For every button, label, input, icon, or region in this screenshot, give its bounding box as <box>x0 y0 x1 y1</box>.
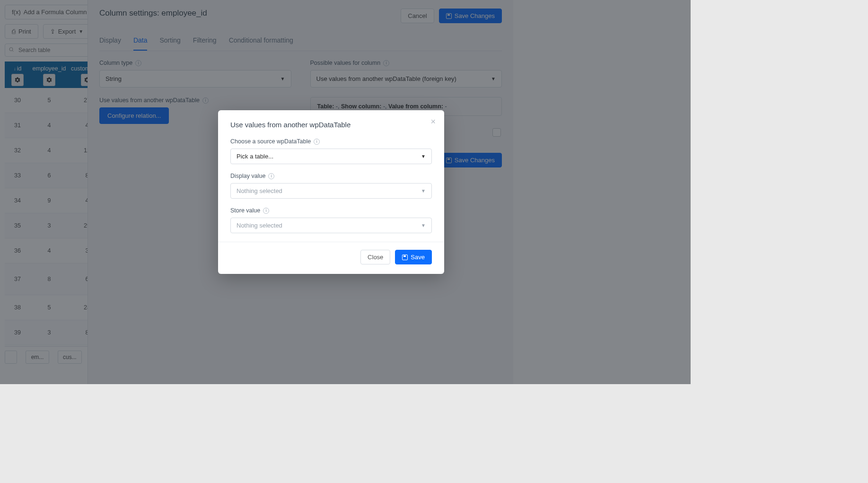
modal-save-button[interactable]: Save <box>395 250 432 264</box>
tab-sorting[interactable]: Sorting <box>159 32 180 51</box>
checkbox[interactable] <box>492 128 501 137</box>
print-button[interactable]: ⎙ Print <box>5 24 38 39</box>
possible-values-label: Possible values for column i <box>310 60 502 66</box>
gear-icon[interactable] <box>11 74 24 86</box>
tab-display[interactable]: Display <box>99 32 121 51</box>
modal-title: Use values from another wpDataTable <box>230 121 432 129</box>
formula-icon: f(x) <box>12 9 21 16</box>
use-values-label: Use values from another wpDataTable i <box>99 97 291 104</box>
modal-close-button[interactable]: Close <box>360 250 390 264</box>
foreign-key-modal: × Use values from another wpDataTable Ch… <box>218 110 444 274</box>
search-icon <box>9 47 14 54</box>
save-icon <box>402 255 408 260</box>
chevron-down-icon: ▼ <box>281 76 285 81</box>
column-footer-chip[interactable]: em... <box>26 351 49 364</box>
configure-relation-button[interactable]: Configure relation... <box>99 107 169 124</box>
column-type-select[interactable]: String ▼ <box>99 70 291 88</box>
print-label: Print <box>18 28 31 35</box>
export-label: Export <box>58 28 76 35</box>
info-icon[interactable]: i <box>202 97 209 104</box>
tab-data[interactable]: Data <box>133 32 148 51</box>
info-icon[interactable]: i <box>314 139 320 145</box>
store-value-label: Store value i <box>230 207 432 214</box>
chevron-down-icon: ▼ <box>421 223 426 228</box>
svg-point-0 <box>9 48 13 51</box>
export-button[interactable]: ⇪ Export ▼ <box>43 24 90 39</box>
save-icon <box>446 158 452 163</box>
save-changes-button-lower[interactable]: Save Changes <box>439 153 502 167</box>
tab-filtering[interactable]: Filtering <box>193 32 217 51</box>
column-footer-chip[interactable] <box>5 351 17 364</box>
column-type-label: Column type i <box>99 60 291 66</box>
panel-column-name: employee_id <box>161 9 207 18</box>
column-header-id[interactable]: ↓id <box>5 61 30 88</box>
source-table-select[interactable]: Pick a table... ▼ <box>230 149 432 164</box>
save-icon <box>446 13 452 19</box>
possible-values-select[interactable]: Use values from another wpDataTable (for… <box>310 70 502 88</box>
chevron-down-icon: ▼ <box>421 154 426 159</box>
store-value-select[interactable]: Nothing selected ▼ <box>230 218 432 233</box>
info-icon[interactable]: i <box>268 173 274 179</box>
svg-line-1 <box>12 51 13 52</box>
cancel-button[interactable]: Cancel <box>401 9 434 23</box>
display-value-label: Display value i <box>230 173 432 179</box>
column-footer-chip[interactable]: cus... <box>58 351 82 364</box>
display-value-select[interactable]: Nothing selected ▼ <box>230 183 432 199</box>
chevron-down-icon: ▼ <box>421 188 426 193</box>
info-icon[interactable]: i <box>135 60 141 66</box>
info-icon[interactable]: i <box>263 208 269 214</box>
close-icon[interactable]: × <box>430 117 436 127</box>
chevron-down-icon: ▼ <box>79 29 83 34</box>
column-header-employee_id[interactable]: employee_id <box>30 61 68 88</box>
save-changes-button[interactable]: Save Changes <box>439 9 502 23</box>
add-formula-label: Add a Formula Column <box>24 9 87 16</box>
panel-title: Column settings: employee_id <box>99 9 207 18</box>
info-icon[interactable]: i <box>383 60 389 66</box>
gear-icon[interactable] <box>43 74 55 86</box>
tab-conditional[interactable]: Conditional formatting <box>229 32 293 51</box>
print-icon: ⎙ <box>12 28 16 35</box>
source-table-label: Choose a source wpDataTable i <box>230 138 432 145</box>
chevron-down-icon: ▼ <box>491 76 496 81</box>
export-icon: ⇪ <box>50 28 55 35</box>
settings-tabs: Display Data Sorting Filtering Condition… <box>99 32 502 51</box>
add-formula-button[interactable]: f(x) Add a Formula Column <box>5 5 94 19</box>
